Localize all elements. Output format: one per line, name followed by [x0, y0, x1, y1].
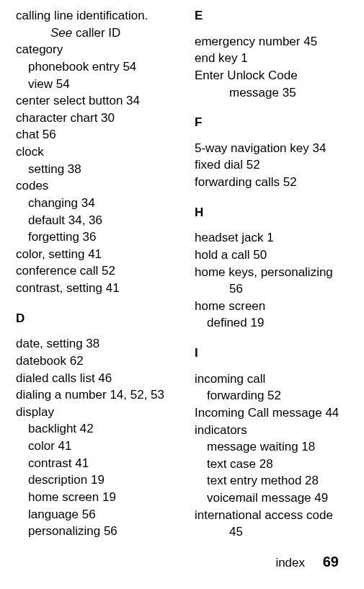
- left-column: calling line identification. See caller …: [0, 7, 187, 541]
- entry-enter-unlock-code: Enter Unlock Code: [195, 67, 350, 84]
- entry-incoming-call-forwarding: forwarding 52: [195, 387, 350, 404]
- entry-indicators-text-entry-method: text entry method 28: [195, 472, 350, 490]
- entry-indicators: indicators: [195, 422, 350, 439]
- entry-display-contrast: contrast 41: [16, 455, 187, 472]
- section-i: I: [195, 345, 350, 362]
- entry-home-screen: home screen: [195, 298, 350, 315]
- entry-emergency-number: emergency number 45: [195, 33, 350, 50]
- entry-codes-default: default 34, 36: [16, 212, 187, 229]
- entry-indicators-text-case: text case 28: [195, 456, 350, 473]
- entry-home-keys-personalizing-page: 56: [195, 280, 350, 298]
- entry-phonebook-entry: phonebook entry 54: [16, 58, 187, 76]
- entry-indicators-voicemail-message: voicemail message 49: [195, 490, 350, 507]
- entry-codes-forgetting: forgetting 36: [16, 229, 187, 246]
- entry-incoming-call-message: Incoming Call message 44: [195, 404, 350, 422]
- entry-see-caller-id: See caller ID: [16, 25, 187, 42]
- entry-forwarding-calls: forwarding calls 52: [195, 174, 350, 191]
- see-prefix: See: [50, 26, 72, 40]
- columns: calling line identification. See caller …: [0, 7, 364, 541]
- page-number: 69: [323, 554, 339, 570]
- entry-display: display: [16, 404, 187, 421]
- entry-fixed-dial: fixed dial 52: [195, 156, 350, 174]
- entry-end-key: end key 1: [195, 50, 350, 67]
- entry-contrast-setting: contrast, setting 41: [16, 280, 187, 297]
- entry-category: category: [16, 41, 187, 58]
- entry-clock-setting: setting 38: [16, 161, 187, 178]
- entry-hold-a-call: hold a call 50: [195, 247, 350, 264]
- entry-dialed-calls-list: dialed calls list 46: [16, 370, 187, 387]
- entry-home-keys-personalizing: home keys, personalizing: [195, 264, 350, 281]
- section-d: D: [16, 310, 187, 327]
- entry-5way-navigation-key: 5-way navigation key 34: [195, 140, 350, 157]
- section-e: E: [195, 7, 350, 25]
- right-column: E emergency number 45 end key 1 Enter Un…: [187, 7, 350, 541]
- entry-clock: clock: [16, 143, 187, 161]
- entry-dialing-a-number: dialing a number 14, 52, 53: [16, 386, 187, 404]
- entry-center-select-button: center select button 34: [16, 92, 187, 110]
- entry-international-access-code: international access code: [195, 507, 350, 524]
- entry-display-color: color 41: [16, 438, 187, 455]
- section-f: F: [195, 114, 350, 131]
- footer-label: index: [275, 556, 305, 570]
- section-h: H: [195, 204, 350, 221]
- entry-chat: chat 56: [16, 126, 187, 143]
- footer: index 69: [275, 552, 339, 572]
- entry-view: view 54: [16, 76, 187, 93]
- index-page: calling line identification. See caller …: [0, 0, 364, 541]
- entry-display-description: description 19: [16, 471, 187, 489]
- entry-datebook: datebook 62: [16, 353, 187, 370]
- entry-home-screen-defined: defined 19: [195, 314, 350, 332]
- entry-display-home-screen: home screen 19: [16, 489, 187, 506]
- entry-calling-line-id: calling line identification.: [16, 7, 187, 25]
- entry-enter-unlock-code-message: message 35: [195, 84, 350, 102]
- entry-incoming-call: incoming call: [195, 371, 350, 388]
- see-rest: caller ID: [72, 26, 120, 40]
- entry-display-personalizing: personalizing 56: [16, 523, 187, 540]
- entry-codes-changing: changing 34: [16, 195, 187, 212]
- entry-headset-jack: headset jack 1: [195, 229, 350, 247]
- entry-codes: codes: [16, 177, 187, 195]
- entry-display-backlight: backlight 42: [16, 420, 187, 438]
- entry-character-chart: character chart 30: [16, 110, 187, 127]
- entry-display-language: language 56: [16, 506, 187, 523]
- entry-conference-call: conference call 52: [16, 262, 187, 280]
- entry-color-setting: color, setting 41: [16, 246, 187, 263]
- entry-date-setting: date, setting 38: [16, 335, 187, 353]
- entry-international-access-code-page: 45: [195, 523, 350, 541]
- entry-indicators-message-waiting: message waiting 18: [195, 438, 350, 456]
